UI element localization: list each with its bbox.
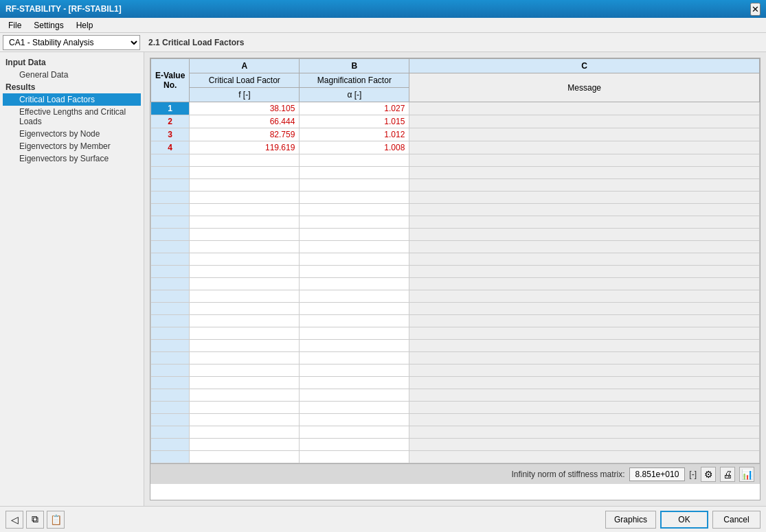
sidebar-group-results: Results (3, 81, 141, 93)
table-row: 138.1051.027 (151, 102, 760, 115)
bottom-right: Graphics OK Cancel (605, 511, 761, 529)
title-bar-title: RF-STABILITY - [RF-STABIL1] (5, 4, 122, 14)
cell-empty (300, 154, 409, 167)
cell-empty (300, 352, 409, 365)
export-icon-btn[interactable]: 📊 (739, 467, 754, 482)
table-row-empty (151, 167, 760, 179)
cell-empty (409, 439, 760, 451)
cell-empty (190, 327, 300, 340)
cell-empty (300, 167, 409, 179)
cell-empty (409, 154, 760, 167)
sidebar-item-eigenvectors-node[interactable]: Eigenvectors by Node (3, 128, 141, 140)
col-sub-b-unit: α [-] (300, 88, 409, 102)
cell-empty (300, 402, 409, 414)
col-header-a: A (190, 59, 300, 73)
table-row-empty (151, 426, 760, 439)
cell-empty (300, 439, 409, 451)
cell-empty (151, 192, 190, 204)
stiffness-unit: [-] (689, 470, 697, 479)
sidebar-item-effective-lengths[interactable]: Effective Lengths and Critical Loads (3, 106, 141, 128)
cell-empty (409, 204, 760, 216)
col-header-c: C (409, 59, 760, 73)
cell-empty (300, 204, 409, 216)
table-row-empty (151, 204, 760, 216)
table-row-empty (151, 278, 760, 290)
cell-empty (190, 352, 300, 365)
cell-empty (190, 216, 300, 229)
cell-empty (151, 154, 190, 167)
col-sub-a-label: Critical Load Factor (190, 73, 300, 88)
cell-empty (300, 389, 409, 402)
menu-file[interactable]: File (3, 19, 27, 32)
sidebar-item-eigenvectors-surface[interactable]: Eigenvectors by Surface (3, 152, 141, 165)
title-bar: RF-STABILITY - [RF-STABIL1] ✕ (0, 0, 766, 18)
table-container: E-ValueNo. A B C Critical Load Factor Ma… (150, 58, 761, 500)
cell-col-c (409, 141, 760, 154)
print-icon-btn[interactable]: 🖨 (720, 467, 735, 482)
cell-empty (190, 303, 300, 315)
cancel-button[interactable]: Cancel (712, 511, 761, 529)
col-header-b: B (300, 59, 409, 73)
case-dropdown[interactable]: CA1 - Stability Analysis (3, 35, 140, 50)
cell-empty (190, 253, 300, 266)
col-sub-c-label: Message (409, 73, 760, 102)
cell-row-num: 3 (151, 128, 190, 141)
col-header-rownum: E-ValueNo. (151, 59, 190, 102)
table-body: 138.1051.027266.4441.015382.7591.0124119… (151, 102, 760, 463)
cell-empty (409, 216, 760, 229)
cell-empty (409, 414, 760, 426)
sidebar-item-eigenvectors-member[interactable]: Eigenvectors by Member (3, 140, 141, 152)
cell-empty (409, 426, 760, 439)
cell-empty (409, 389, 760, 402)
table-row-empty (151, 365, 760, 377)
table-row-empty (151, 439, 760, 451)
cell-empty (151, 253, 190, 266)
table-row-empty (151, 327, 760, 340)
cell-empty (190, 167, 300, 179)
cell-empty (409, 179, 760, 192)
cell-empty (409, 327, 760, 340)
graphics-button[interactable]: Graphics (605, 511, 656, 529)
menu-help[interactable]: Help (71, 19, 99, 32)
table-row-empty (151, 451, 760, 463)
cell-empty (409, 303, 760, 315)
back-icon-btn[interactable]: ◁ (5, 511, 23, 529)
table-row: 382.7591.012 (151, 128, 760, 141)
table-row-empty (151, 303, 760, 315)
settings-icon-btn[interactable]: ⚙ (701, 467, 716, 482)
cell-empty (190, 204, 300, 216)
cell-empty (300, 451, 409, 463)
copy-icon-btn[interactable]: ⧉ (26, 511, 44, 529)
menu-settings[interactable]: Settings (28, 19, 69, 32)
cell-empty (151, 167, 190, 179)
content-area: Input Data General Data Results Critical… (0, 52, 766, 506)
cell-empty (190, 266, 300, 278)
cell-empty (409, 451, 760, 463)
cell-empty (151, 365, 190, 377)
table-row-empty (151, 414, 760, 426)
cell-empty (409, 290, 760, 303)
ok-button[interactable]: OK (660, 511, 708, 529)
main-container: CA1 - Stability Analysis 2.1 Critical Lo… (0, 33, 766, 532)
cell-empty (190, 154, 300, 167)
paste-icon-btn[interactable]: 📋 (47, 511, 65, 529)
cell-empty (151, 278, 190, 290)
cell-empty (300, 327, 409, 340)
cell-empty (300, 179, 409, 192)
cell-empty (151, 389, 190, 402)
close-button[interactable]: ✕ (750, 3, 761, 16)
sidebar-item-critical-load-factors[interactable]: Critical Load Factors (3, 93, 141, 106)
sidebar: Input Data General Data Results Critical… (0, 52, 144, 506)
toolbar-area: CA1 - Stability Analysis 2.1 Critical Lo… (0, 33, 766, 52)
cell-empty (190, 402, 300, 414)
sidebar-item-general-data[interactable]: General Data (3, 69, 141, 81)
table-row: 266.4441.015 (151, 115, 760, 128)
table-row-empty (151, 216, 760, 229)
cell-empty (151, 216, 190, 229)
cell-empty (300, 278, 409, 290)
cell-row-num: 1 (151, 102, 190, 115)
stiffness-label: Infinity norm of stiffness matrix: (511, 470, 624, 479)
cell-empty (151, 340, 190, 352)
cell-empty (300, 340, 409, 352)
cell-empty (300, 426, 409, 439)
